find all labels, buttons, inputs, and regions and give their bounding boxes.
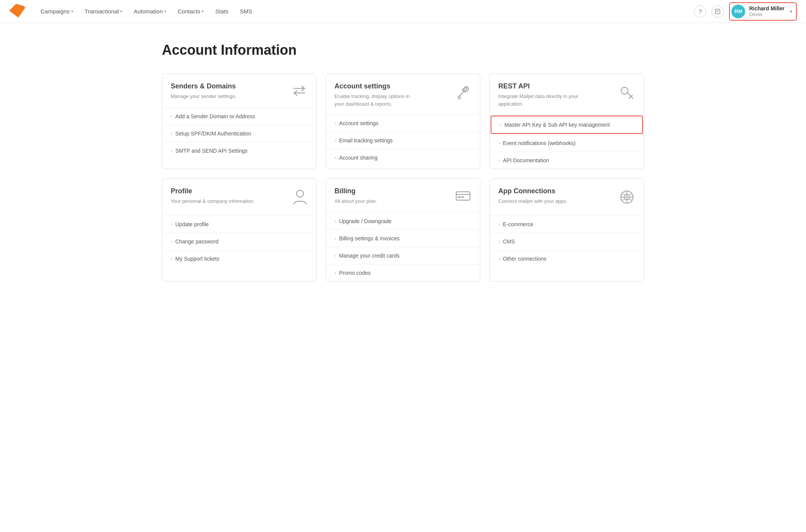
card-desc-profile: Your personal & company information. xyxy=(171,197,255,205)
link-label: Account settings xyxy=(339,120,379,126)
card-header-text-senders-domains: Senders & DomainsManage your sender sett… xyxy=(171,82,236,100)
chevron-right-icon: › xyxy=(334,121,336,126)
card-link-manage-your-credit-cards[interactable]: ›Manage your credit cards xyxy=(326,247,480,264)
card-header-profile: ProfileYour personal & company informati… xyxy=(162,179,316,216)
card-link-cms[interactable]: ›CMS xyxy=(490,233,644,250)
card-link-api-documentation[interactable]: ›API Documentation xyxy=(490,152,644,169)
logo[interactable] xyxy=(9,4,36,19)
nav-stats[interactable]: Stats xyxy=(210,6,233,17)
link-label: My Support tickets xyxy=(175,256,219,262)
chevron-right-icon: › xyxy=(498,140,500,146)
user-name: Richard Miller xyxy=(749,5,785,12)
link-label: Manage your credit cards xyxy=(339,253,400,259)
card-header-text-profile: ProfileYour personal & company informati… xyxy=(171,187,255,205)
card-link-setup-spfdkim-authentication[interactable]: ›Setup SPF/DKIM Authentication xyxy=(162,125,316,142)
person-icon xyxy=(292,189,308,209)
link-label: Add a Sender Domain or Address xyxy=(175,113,255,119)
card-link-change-password[interactable]: ›Change password xyxy=(162,233,316,250)
page-title: Account Information xyxy=(162,42,644,58)
chevron-right-icon: › xyxy=(334,219,336,224)
tools-icon xyxy=(455,84,472,104)
card-desc-billing: All about your plan. xyxy=(334,197,377,205)
card-senders-domains: Senders & DomainsManage your sender sett… xyxy=(162,73,317,169)
nav-contacts[interactable]: Contacts ▾ xyxy=(173,6,208,17)
card-grid: Senders & DomainsManage your sender sett… xyxy=(162,73,644,282)
card-title-app-connections: App Connections xyxy=(498,187,568,195)
nav-sms[interactable]: SMS xyxy=(235,6,257,17)
key-icon xyxy=(618,84,635,104)
chevron-right-icon: › xyxy=(171,148,172,153)
link-label: Event notifications (webhooks) xyxy=(503,140,576,146)
card-title-profile: Profile xyxy=(171,187,255,195)
chevron-right-icon: › xyxy=(498,239,500,244)
card-link-billing-settings--invoices[interactable]: ›Billing settings & Invoices xyxy=(326,230,480,247)
card-links-rest-api: ›Master API Key & Sub API key management… xyxy=(490,116,644,169)
card-link-account-settings[interactable]: ›Account settings xyxy=(326,115,480,132)
card-link-e-commerce[interactable]: ›E-commerce xyxy=(490,216,644,233)
card-links-profile: ›Update profile›Change password›My Suppo… xyxy=(162,216,316,267)
card-links-account-settings: ›Account settings›Email tracking setting… xyxy=(326,115,480,166)
chevron-right-icon: › xyxy=(334,138,336,143)
card-desc-app-connections: Connect mailjet with your apps. xyxy=(498,197,568,205)
nav-transactional[interactable]: Transactional ▾ xyxy=(80,6,127,17)
card-link-master-api-key--sub-api-key-management[interactable]: ›Master API Key & Sub API key management xyxy=(491,116,643,134)
chevron-down-icon: ▾ xyxy=(120,9,122,13)
card-link-my-support-tickets[interactable]: ›My Support tickets xyxy=(162,250,316,267)
chevron-down-icon: ▾ xyxy=(164,9,166,13)
svg-rect-10 xyxy=(462,196,464,198)
card-link-add-a-sender-domain-or-address[interactable]: ›Add a Sender Domain or Address xyxy=(162,108,316,125)
nav-campaigns[interactable]: Campaigns ▾ xyxy=(36,6,78,17)
card-title-senders-domains: Senders & Domains xyxy=(171,82,236,90)
card-link-other-connections[interactable]: ›Other connections xyxy=(490,250,644,267)
card-link-account-sharing[interactable]: ›Account sharing xyxy=(326,149,480,166)
link-label: Other connections xyxy=(503,256,547,262)
card-link-email-tracking-settings[interactable]: ›Email tracking settings xyxy=(326,132,480,149)
link-label: Email tracking settings xyxy=(339,137,393,144)
card-link-update-profile[interactable]: ›Update profile xyxy=(162,216,316,233)
nav-automation[interactable]: Automation ▾ xyxy=(129,6,171,17)
card-header-rest-api: REST APIIntegrate Mailjet data directly … xyxy=(490,74,644,115)
chevron-right-icon: › xyxy=(334,155,336,160)
svg-rect-2 xyxy=(715,9,720,14)
user-chevron-down-icon: ▾ xyxy=(790,9,792,14)
svg-rect-7 xyxy=(456,192,470,200)
chevron-right-icon: › xyxy=(498,256,500,261)
chevron-right-icon: › xyxy=(334,270,336,276)
chevron-right-icon: › xyxy=(498,222,500,227)
link-label: API Documentation xyxy=(503,157,549,163)
card-header-account-settings: Account settingsEnable tracking, display… xyxy=(326,74,480,115)
card-title-billing: Billing xyxy=(334,187,377,195)
card-link-promo-codes[interactable]: ›Promo codes xyxy=(326,264,480,281)
link-label: Update profile xyxy=(175,221,209,227)
card-link-upgrade--downgrade[interactable]: ›Upgrade / Downgrade xyxy=(326,213,480,230)
chevron-right-icon: › xyxy=(334,236,336,241)
link-label: Billing settings & Invoices xyxy=(339,235,400,242)
card-header-text-billing: BillingAll about your plan. xyxy=(334,187,377,205)
card-header-text-rest-api: REST APIIntegrate Mailjet data directly … xyxy=(498,82,582,108)
svg-rect-9 xyxy=(458,196,461,198)
card-header-text-app-connections: App ConnectionsConnect mailjet with your… xyxy=(498,187,568,205)
help-button[interactable]: ? xyxy=(694,5,706,18)
card-profile: ProfileYour personal & company informati… xyxy=(162,178,317,282)
chevron-right-icon: › xyxy=(171,239,172,244)
card-link-event-notifications-webhooks[interactable]: ›Event notifications (webhooks) xyxy=(490,135,644,152)
avatar: RM xyxy=(731,5,745,18)
card-desc-account-settings: Enable tracking, display options in your… xyxy=(334,93,419,108)
chevron-right-icon: › xyxy=(334,253,336,258)
card-links-senders-domains: ›Add a Sender Domain or Address›Setup SP… xyxy=(162,108,316,159)
chevron-right-icon: › xyxy=(500,122,501,127)
nav-right: ? RM Richard Miller Omnis ▾ xyxy=(694,2,797,21)
card-header-billing: BillingAll about your plan. xyxy=(326,179,480,213)
card-header-senders-domains: Senders & DomainsManage your sender sett… xyxy=(162,74,316,108)
card-desc-senders-domains: Manage your sender settings. xyxy=(171,93,236,100)
chevron-right-icon: › xyxy=(171,222,172,227)
notes-button[interactable] xyxy=(711,5,724,18)
card-link-smtp-and-send-api-settings[interactable]: ›SMTP and SEND API Settings xyxy=(162,142,316,159)
link-label: Promo codes xyxy=(339,270,370,276)
card-account-settings: Account settingsEnable tracking, display… xyxy=(326,73,480,169)
card-billing: BillingAll about your plan. ›Upgrade / D… xyxy=(326,178,480,282)
card-header-text-account-settings: Account settingsEnable tracking, display… xyxy=(334,82,419,108)
user-menu[interactable]: RM Richard Miller Omnis ▾ xyxy=(729,2,797,21)
card-desc-rest-api: Integrate Mailjet data directly in your … xyxy=(498,93,582,108)
chevron-right-icon: › xyxy=(498,158,500,163)
